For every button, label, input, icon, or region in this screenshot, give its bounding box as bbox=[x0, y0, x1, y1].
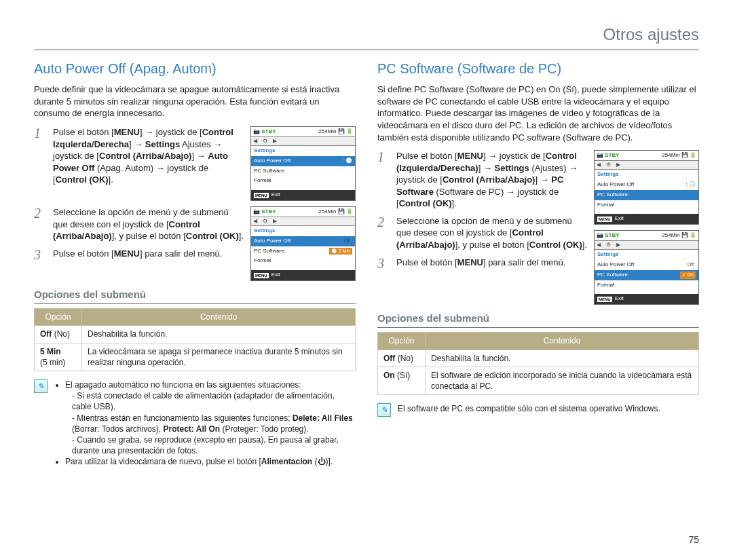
left-column: Auto Power Off (Apag. Autom) Puede defin… bbox=[34, 60, 356, 467]
right-submenu-heading: Opciones del submenú bbox=[377, 312, 699, 328]
right-note: ✎ El software de PC es compatible sólo c… bbox=[377, 403, 699, 417]
right-column: PC Software (Software de PC) Si define P… bbox=[377, 60, 699, 467]
right-step-1: 1 Pulse el botón [MENU] → joystick de [C… bbox=[377, 150, 587, 210]
right-step-2: 2 Seleccione la opción de menú y de subm… bbox=[377, 215, 587, 251]
note-icon: ✎ bbox=[377, 403, 391, 417]
step-number: 3 bbox=[34, 248, 46, 261]
left-note: ✎ El apagado automático no funciona en l… bbox=[34, 379, 356, 468]
table-row: Off (No)Deshabilita la función. bbox=[378, 350, 699, 367]
right-screenshot-2: 📷 STBY254Min 💾 🔋 ◀ ⚙ ▶ Settings Auto Pow… bbox=[594, 230, 699, 305]
content-columns: Auto Power Off (Apag. Autom) Puede defin… bbox=[34, 60, 699, 467]
left-step-2: 2 Seleccione la opción de menú y de subm… bbox=[34, 206, 244, 242]
page-number: 75 bbox=[688, 534, 699, 546]
left-submenu-heading: Opciones del submenú bbox=[34, 288, 356, 304]
step-number: 1 bbox=[377, 150, 390, 210]
left-intro: Puede definir que la videocámara se apag… bbox=[34, 83, 356, 119]
note-icon: ✎ bbox=[34, 379, 48, 393]
left-screenshot-1: 📷 STBY254Min 💾 🔋 ◀ ⚙ ▶ Settings Auto Pow… bbox=[250, 126, 356, 201]
table-row: On (Sí)El software de edición incorporad… bbox=[378, 367, 699, 394]
step-number: 1 bbox=[34, 126, 46, 186]
page-header: Otros ajustes bbox=[34, 24, 699, 50]
left-heading: Auto Power Off (Apag. Autom) bbox=[34, 60, 356, 78]
right-intro: Si define PC Software (Software de PC) e… bbox=[377, 83, 699, 143]
left-step-3: 3 Pulse el botón [MENU] para salir del m… bbox=[34, 248, 244, 261]
step-number: 3 bbox=[377, 257, 390, 270]
step-number: 2 bbox=[34, 206, 46, 242]
table-row: Off (No)Deshabilita la función. bbox=[35, 326, 356, 343]
step-number: 2 bbox=[377, 215, 390, 251]
table-row: 5 Min(5 min)La videocámara se apaga si p… bbox=[35, 343, 356, 371]
right-options-table: OpciónContenido Off (No)Deshabilita la f… bbox=[377, 332, 699, 395]
left-step-1: 1 Pulse el botón [MENU] → joystick de [C… bbox=[34, 126, 244, 186]
right-step-3: 3 Pulse el botón [MENU] para salir del m… bbox=[377, 257, 587, 270]
right-heading: PC Software (Software de PC) bbox=[377, 60, 699, 78]
left-screenshot-2: 📷 STBY254Min 💾 🔋 ◀ ⚙ ▶ Settings Auto Pow… bbox=[250, 206, 356, 281]
left-options-table: OpciónContenido Off (No)Deshabilita la f… bbox=[34, 308, 356, 371]
right-screenshot-1: 📷 STBY254Min 💾 🔋 ◀ ⚙ ▶ Settings Auto Pow… bbox=[594, 150, 699, 225]
